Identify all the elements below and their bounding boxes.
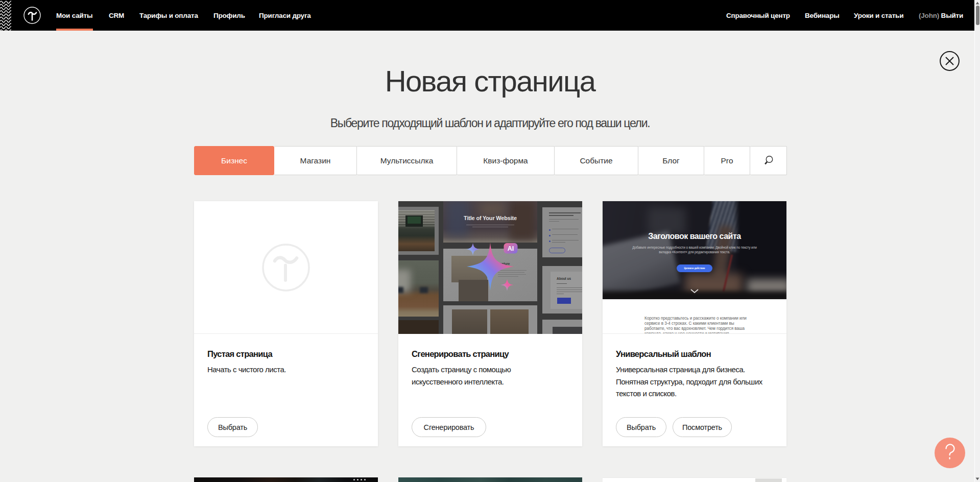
svg-text:AI: AI bbox=[508, 245, 514, 252]
